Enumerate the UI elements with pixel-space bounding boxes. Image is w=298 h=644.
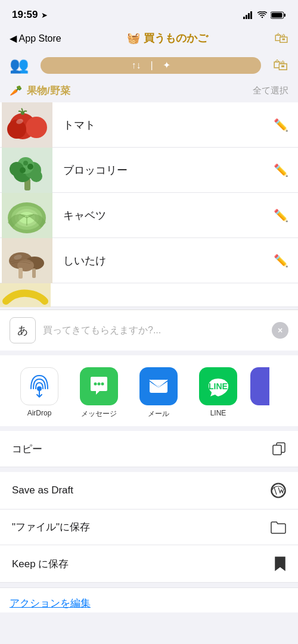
basket-icon: 🧺 bbox=[127, 32, 140, 45]
svg-point-36 bbox=[37, 386, 42, 391]
person-icon[interactable]: 👥 bbox=[10, 56, 29, 74]
wordpress-icon bbox=[271, 483, 286, 498]
item-name-broccoli: ブロッコリー bbox=[54, 163, 274, 177]
text-icon: あ bbox=[10, 317, 36, 343]
svg-point-21 bbox=[27, 164, 33, 170]
sort-divider: | bbox=[150, 60, 153, 71]
list-item: トマト ✏️ bbox=[0, 102, 298, 148]
status-icons bbox=[243, 11, 286, 19]
folder-icon bbox=[271, 521, 286, 534]
svg-rect-43 bbox=[273, 445, 281, 455]
signal-icon bbox=[243, 11, 254, 19]
edit-tomato-button[interactable]: ✏️ bbox=[274, 118, 288, 132]
grocery-list: トマト ✏️ ブロッコリー ✏️ bbox=[0, 102, 298, 307]
page-title: 🧺 買うものかご bbox=[127, 31, 208, 45]
share-messages[interactable]: メッセージ bbox=[69, 367, 129, 419]
bookmark-icon bbox=[274, 556, 286, 571]
airdrop-label: AirDrop bbox=[27, 409, 52, 417]
select-all-button[interactable]: 全て選択 bbox=[253, 85, 288, 96]
mail-icon bbox=[139, 367, 178, 405]
svg-point-9 bbox=[26, 117, 47, 138]
item-name-tomato: トマト bbox=[54, 118, 274, 132]
partial-icon bbox=[250, 367, 269, 405]
copy-icon bbox=[272, 442, 286, 456]
share-app-row: AirDrop メッセージ メール LINE bbox=[0, 355, 298, 426]
section-gap-1 bbox=[0, 351, 298, 355]
status-time: 19:59 bbox=[12, 9, 38, 21]
wifi-icon bbox=[257, 11, 267, 18]
line-icon: LINE bbox=[199, 367, 237, 405]
messages-icon bbox=[80, 367, 118, 405]
action-save-files-label: "ファイル"に保存 bbox=[12, 520, 90, 534]
message-placeholder[interactable]: 買ってきてもらえますか?... bbox=[43, 324, 265, 337]
category-icon: 🥕 bbox=[10, 85, 22, 97]
list-item: しいたけ ✏️ bbox=[0, 238, 298, 283]
edit-cabbage-button[interactable]: ✏️ bbox=[274, 208, 288, 223]
svg-rect-6 bbox=[272, 12, 283, 17]
shopping-bag-icon[interactable]: 🛍 bbox=[273, 56, 288, 74]
edit-shiitake-button[interactable]: ✏️ bbox=[274, 254, 288, 268]
svg-point-22 bbox=[23, 161, 28, 165]
nav-bar: ◀ App Store 🧺 買うものかご 🛍 bbox=[0, 26, 298, 51]
airdrop-icon bbox=[20, 367, 58, 405]
svg-rect-1 bbox=[246, 15, 247, 19]
location-icon: ➤ bbox=[41, 11, 48, 20]
action-save-draft[interactable]: Save as Draft bbox=[0, 472, 298, 509]
item-image-shiitake bbox=[0, 238, 54, 283]
bottom-edit-bar: アクションを編集 bbox=[0, 587, 298, 612]
share-more[interactable] bbox=[248, 367, 272, 405]
edit-actions-link[interactable]: アクションを編集 bbox=[10, 598, 91, 609]
svg-point-20 bbox=[20, 167, 26, 173]
mail-label: メール bbox=[148, 409, 169, 419]
status-bar: 19:59 ➤ bbox=[0, 0, 298, 26]
section-gap-3 bbox=[0, 467, 298, 472]
section-gap-2 bbox=[0, 426, 298, 431]
message-close-button[interactable]: × bbox=[272, 322, 288, 339]
line-label: LINE bbox=[210, 409, 226, 417]
share-airdrop[interactable]: AirDrop bbox=[10, 367, 69, 417]
item-image-broccoli bbox=[0, 148, 54, 193]
share-mail[interactable]: メール bbox=[129, 367, 188, 419]
svg-point-19 bbox=[30, 170, 42, 182]
item-image-tomato bbox=[0, 102, 54, 148]
action-keep[interactable]: Keep に保存 bbox=[0, 545, 298, 583]
toolbar: 👥 ↑↓ | ✦ 🛍 bbox=[0, 51, 298, 79]
list-item-partial bbox=[0, 283, 298, 307]
action-save-draft-label: Save as Draft bbox=[12, 484, 73, 496]
item-name-shiitake: しいたけ bbox=[54, 254, 274, 268]
action-copy[interactable]: コピー bbox=[0, 431, 298, 467]
edit-broccoli-button[interactable]: ✏️ bbox=[274, 163, 288, 177]
action-save-files[interactable]: "ファイル"に保存 bbox=[0, 509, 298, 545]
collapse-icon: ✦ bbox=[163, 60, 170, 71]
svg-text:LINE: LINE bbox=[209, 382, 228, 391]
action-list: コピー Save as Draft "ファイル"に保存 Keep に保存 bbox=[0, 426, 298, 583]
battery-icon bbox=[271, 11, 286, 19]
partial-image bbox=[0, 283, 51, 307]
share-line[interactable]: LINE LINE bbox=[188, 367, 248, 417]
svg-rect-0 bbox=[243, 17, 245, 19]
svg-rect-5 bbox=[284, 14, 286, 17]
action-keep-label: Keep に保存 bbox=[12, 557, 69, 571]
action-copy-label: コピー bbox=[12, 442, 42, 456]
message-preview: あ 買ってきてもらえますか?... × bbox=[0, 310, 298, 351]
svg-point-39 bbox=[101, 383, 104, 386]
svg-rect-3 bbox=[250, 11, 252, 19]
item-name-cabbage: キャベツ bbox=[54, 208, 274, 223]
back-button[interactable]: ◀ App Store bbox=[10, 33, 61, 44]
list-item: ブロッコリー ✏️ bbox=[0, 148, 298, 193]
svg-point-12 bbox=[21, 111, 24, 115]
page-title-text: 買うものかご bbox=[144, 31, 208, 45]
svg-point-37 bbox=[94, 383, 97, 386]
text-icon-label: あ bbox=[17, 323, 28, 337]
svg-rect-33 bbox=[32, 268, 36, 278]
svg-rect-2 bbox=[248, 13, 250, 19]
category-title-text: 果物/野菜 bbox=[27, 84, 70, 98]
messages-label: メッセージ bbox=[81, 409, 117, 419]
category-title: 🥕 果物/野菜 bbox=[10, 84, 70, 98]
sort-slider[interactable]: ↑↓ | ✦ bbox=[41, 57, 261, 74]
svg-rect-32 bbox=[18, 268, 23, 279]
bag-icon[interactable]: 🛍 bbox=[274, 30, 288, 46]
sort-up-icon: ↑↓ bbox=[131, 60, 141, 71]
list-item: キャベツ ✏️ bbox=[0, 193, 298, 238]
svg-point-38 bbox=[98, 383, 101, 386]
